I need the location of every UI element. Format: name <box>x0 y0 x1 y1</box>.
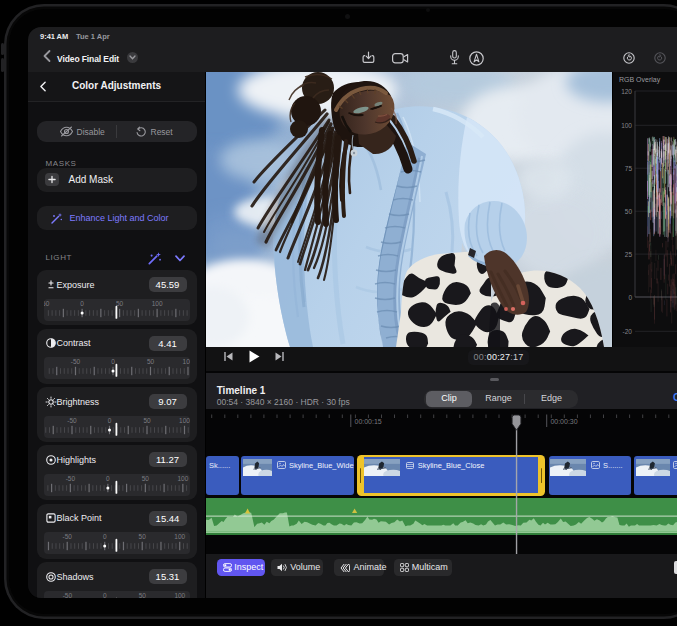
svg-text:50: 50 <box>139 533 147 540</box>
svg-text:100: 100 <box>177 475 188 482</box>
svg-text:-50: -50 <box>63 592 73 598</box>
svg-text:-20: -20 <box>623 328 633 335</box>
svg-text:50: 50 <box>142 475 150 482</box>
svg-text:-50: -50 <box>71 358 81 365</box>
svg-text:50: 50 <box>147 358 155 365</box>
svg-text:-50: -50 <box>67 417 77 424</box>
svg-text:100: 100 <box>183 358 190 365</box>
svg-text:0: 0 <box>108 417 112 424</box>
svg-text:100: 100 <box>621 122 632 129</box>
svg-text:00:00:15: 00:00:15 <box>355 418 382 425</box>
svg-text:50: 50 <box>116 300 124 307</box>
svg-text:0: 0 <box>80 300 84 307</box>
svg-text:100: 100 <box>152 300 163 307</box>
svg-text:00:00:30: 00:00:30 <box>550 418 577 425</box>
svg-text:0: 0 <box>106 475 110 482</box>
svg-text:50: 50 <box>143 417 151 424</box>
svg-text:0: 0 <box>103 533 107 540</box>
svg-text:50: 50 <box>139 592 147 598</box>
svg-text:25: 25 <box>625 251 633 258</box>
svg-text:0: 0 <box>628 294 632 301</box>
svg-text:0: 0 <box>111 358 115 365</box>
svg-text:0: 0 <box>103 592 107 598</box>
svg-text:100: 100 <box>179 417 190 424</box>
svg-text:-50: -50 <box>66 475 76 482</box>
svg-text:75: 75 <box>625 165 633 172</box>
svg-text:100: 100 <box>174 592 185 598</box>
svg-text:100: 100 <box>174 533 185 540</box>
svg-text:-50: -50 <box>44 300 50 307</box>
svg-text:50: 50 <box>625 208 633 215</box>
svg-text:-50: -50 <box>63 533 73 540</box>
svg-text:120: 120 <box>621 88 632 95</box>
